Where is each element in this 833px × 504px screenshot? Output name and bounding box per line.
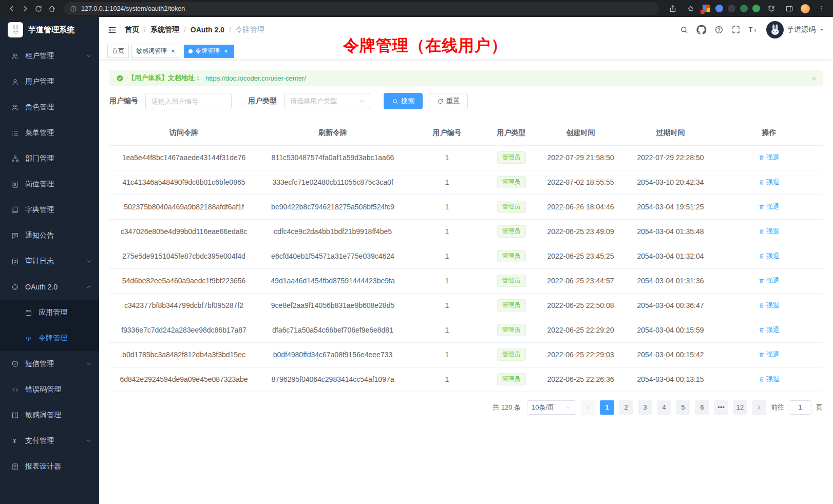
pager-page-button[interactable]: 5 bbox=[676, 400, 690, 415]
force-logout-button[interactable]: 强退 bbox=[759, 178, 780, 187]
search-button[interactable]: 搜索 bbox=[384, 93, 423, 109]
force-logout-button[interactable]: 强退 bbox=[759, 375, 780, 384]
pager-more-button[interactable]: ••• bbox=[714, 400, 728, 415]
refresh-cell: 8796295f04064c2983414cc54af1097a bbox=[271, 375, 394, 383]
tab-close-icon[interactable]: × bbox=[222, 48, 230, 55]
tab-home[interactable]: 首页 bbox=[107, 45, 129, 58]
browser-menu-icon[interactable] bbox=[815, 3, 828, 15]
tab-sensitive-word[interactable]: 敏感词管理× bbox=[131, 45, 181, 58]
forward-icon[interactable] bbox=[18, 3, 32, 15]
reset-button[interactable]: 重置 bbox=[429, 93, 468, 109]
force-logout-button[interactable]: 强退 bbox=[759, 202, 780, 211]
bookmark-star-icon[interactable] bbox=[684, 3, 697, 15]
sidebar-item-oauth2[interactable]: OAuth 2.0 bbox=[0, 274, 99, 300]
back-icon[interactable] bbox=[5, 3, 18, 15]
extension-icon[interactable] bbox=[728, 5, 735, 12]
side-panel-icon[interactable] bbox=[783, 3, 796, 15]
search-icon bbox=[392, 98, 399, 105]
post-icon bbox=[11, 181, 19, 188]
user-menu[interactable]: 芋道源码 bbox=[766, 21, 825, 38]
sidebar-item-user[interactable]: 用户管理 bbox=[0, 69, 99, 94]
user-id-input[interactable] bbox=[145, 93, 232, 109]
force-logout-button[interactable]: 强退 bbox=[759, 251, 780, 261]
sidebar-item-dept[interactable]: 部门管理 bbox=[0, 146, 99, 171]
reload-icon[interactable] bbox=[32, 3, 45, 15]
sidebar-item-role[interactable]: 角色管理 bbox=[0, 94, 99, 120]
force-logout-button[interactable]: 强退 bbox=[759, 227, 780, 236]
tab-close-icon[interactable]: × bbox=[169, 48, 177, 55]
breadcrumb-item[interactable]: 系统管理 bbox=[150, 25, 179, 34]
extension-icon[interactable] bbox=[752, 5, 760, 12]
user-id-cell: 1 bbox=[445, 326, 449, 334]
home-icon[interactable] bbox=[45, 3, 59, 15]
sidebar-item-oauth2-app[interactable]: 应用管理 bbox=[0, 300, 99, 325]
table-row: c342377bf8b344799dcbf7bf095287f29ce8ef2a… bbox=[109, 293, 823, 318]
force-logout-button[interactable]: 强退 bbox=[759, 301, 780, 310]
sidebar-item-post[interactable]: 岗位管理 bbox=[0, 171, 99, 197]
user-id-cell: 1 bbox=[445, 178, 449, 186]
site-info-icon[interactable] bbox=[70, 3, 77, 15]
extension-icon[interactable] bbox=[715, 5, 723, 12]
trash-icon bbox=[759, 352, 765, 358]
sidebar-item-pay[interactable]: ¥支付管理 bbox=[0, 428, 99, 454]
extension-badge bbox=[701, 10, 705, 14]
breadcrumb-item[interactable]: OAuth 2.0 bbox=[191, 26, 224, 34]
filter-form: 用户编号 用户类型 请选择用户类型 搜索 重置 bbox=[109, 93, 823, 109]
fullscreen-icon[interactable] bbox=[731, 25, 741, 34]
refresh-cell: e6cfd40eb1f54571a31e775e039c4624 bbox=[271, 252, 394, 260]
sidebar-item-label: OAuth 2.0 bbox=[25, 283, 80, 291]
pager-next-button[interactable] bbox=[752, 400, 766, 415]
created-cell: 2022-06-26 18:04:46 bbox=[547, 203, 614, 211]
sidebar-item-menu[interactable]: 菜单管理 bbox=[0, 120, 99, 146]
force-logout-button[interactable]: 强退 bbox=[759, 350, 780, 359]
sidebar-item-oauth2-token[interactable]: 令牌管理 bbox=[0, 325, 99, 351]
breadcrumb-separator: / bbox=[229, 26, 231, 34]
sidebar-menu: 租户管理用户管理角色管理菜单管理部门管理岗位管理字典管理通知公告审计日志OAut… bbox=[0, 43, 99, 479]
extension-icon[interactable] bbox=[702, 4, 711, 13]
pager-page-button[interactable]: 1 bbox=[600, 400, 614, 415]
search-icon[interactable] bbox=[679, 25, 689, 34]
url-bar[interactable]: 127.0.0.1:1024/system/oauth2/token bbox=[64, 2, 659, 15]
page-size-select[interactable]: 10条/页 bbox=[527, 400, 576, 415]
pager-page-button[interactable]: 2 bbox=[619, 400, 633, 415]
alert-close-icon[interactable]: × bbox=[811, 74, 816, 82]
tab-token[interactable]: 令牌管理× bbox=[184, 45, 234, 58]
force-logout-button[interactable]: 强退 bbox=[759, 276, 780, 285]
pager-page-button[interactable]: 3 bbox=[638, 400, 652, 415]
column-header: 用户类型 bbox=[487, 121, 536, 145]
force-logout-button[interactable]: 强退 bbox=[759, 153, 780, 162]
pager-page-button[interactable]: 6 bbox=[695, 400, 709, 415]
sidebar-item-label: 支付管理 bbox=[25, 436, 80, 445]
sidebar-item-report-designer[interactable]: 报表设计器 bbox=[0, 454, 99, 479]
sidebar-item-audit-log[interactable]: 审计日志 bbox=[0, 248, 99, 274]
app-logo[interactable]: 芋道管理系统 bbox=[0, 17, 99, 43]
breadcrumb-item[interactable]: 首页 bbox=[125, 25, 139, 34]
sidebar-item-tenant[interactable]: 租户管理 bbox=[0, 43, 99, 69]
created-cell: 2022-07-02 18:55:55 bbox=[547, 178, 614, 186]
github-icon[interactable] bbox=[696, 25, 707, 35]
pager-page-button[interactable]: 4 bbox=[657, 400, 671, 415]
extension-icon[interactable] bbox=[740, 5, 748, 12]
table-row: 502375b8040a469a9b82188afdf6af1fbe90422b… bbox=[109, 195, 823, 219]
force-logout-button[interactable]: 强退 bbox=[759, 325, 780, 335]
browser-profile-avatar[interactable] bbox=[801, 4, 810, 13]
goto-page-input[interactable] bbox=[789, 400, 811, 415]
help-icon[interactable] bbox=[714, 25, 724, 34]
pager-prev-button[interactable] bbox=[581, 400, 595, 415]
doc-link[interactable]: https://doc.iocoder.cn/user-center/ bbox=[205, 74, 306, 82]
notice-icon bbox=[11, 232, 19, 240]
sidebar-item-dict[interactable]: 字典管理 bbox=[0, 197, 99, 223]
sidebar-item-sms[interactable]: 短信管理 bbox=[0, 351, 99, 377]
sidebar-item-notice[interactable]: 通知公告 bbox=[0, 223, 99, 248]
dict-icon bbox=[11, 206, 19, 214]
sidebar-item-sensitive-word[interactable]: 敏感词管理 bbox=[0, 402, 99, 428]
sidebar-item-error-code[interactable]: 错误码管理 bbox=[0, 377, 99, 402]
user-type-select[interactable]: 请选择用户类型 bbox=[284, 93, 370, 109]
sidebar-fold-icon[interactable] bbox=[107, 25, 117, 35]
font-size-icon[interactable]: TT bbox=[748, 25, 759, 35]
expires-cell: 2054-03-04 01:31:36 bbox=[637, 277, 704, 285]
pager-page-button[interactable]: 12 bbox=[733, 400, 747, 415]
share-icon[interactable] bbox=[666, 3, 679, 15]
extensions-puzzle-icon[interactable] bbox=[765, 3, 778, 15]
app-title: 芋道管理系统 bbox=[28, 25, 74, 35]
